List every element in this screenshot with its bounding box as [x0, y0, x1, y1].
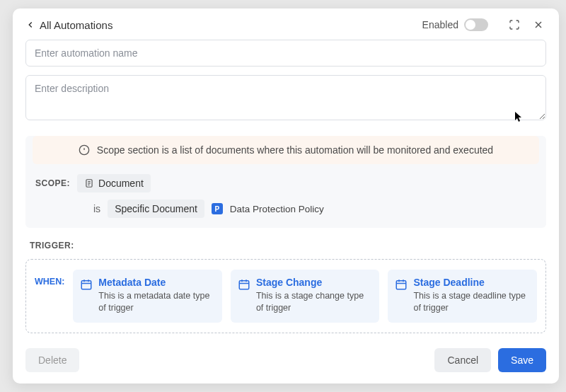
svg-rect-13: [239, 281, 249, 289]
svg-rect-9: [82, 281, 92, 289]
document-badge-icon: P: [212, 203, 223, 214]
enabled-toggle[interactable]: [464, 18, 488, 31]
scope-type-chip[interactable]: Document: [77, 174, 151, 192]
scope-info-banner: Scope section is a list of documents whe…: [33, 136, 539, 164]
modal-footer: Delete Cancel Save: [13, 340, 559, 384]
document-icon: [84, 178, 94, 188]
scope-document-name: Data Protection Policy: [230, 204, 324, 214]
back-button[interactable]: All Automations: [25, 19, 112, 31]
trigger-card-desc: This is a metadata date type of trigger: [98, 290, 215, 314]
trigger-card-title: Metadata Date: [98, 277, 215, 288]
trigger-card-title: Stage Deadline: [413, 277, 530, 288]
chevron-left-icon: [25, 20, 35, 30]
close-button[interactable]: [531, 17, 546, 33]
automation-name-input[interactable]: [25, 40, 546, 67]
close-icon: [533, 19, 544, 30]
trigger-card-stage-deadline[interactable]: Stage Deadline This is a stage deadline …: [388, 270, 537, 323]
enabled-label: Enabled: [422, 19, 458, 30]
back-label: All Automations: [40, 19, 112, 31]
trigger-card-desc: This is a stage change type of trigger: [256, 290, 373, 314]
calendar-icon: [395, 278, 408, 314]
info-icon: [79, 144, 90, 156]
svg-rect-17: [397, 281, 407, 289]
calendar-icon: [238, 278, 250, 314]
save-button[interactable]: Save: [498, 348, 546, 372]
modal-header: All Automations Enabled: [13, 8, 559, 40]
calendar-icon: [80, 278, 93, 314]
fullscreen-icon: [509, 19, 520, 30]
scope-specific-label: Specific Document: [115, 203, 197, 214]
scope-section: Scope section is a list of documents whe…: [25, 136, 546, 228]
automation-editor-modal: All Automations Enabled Scope section is…: [13, 8, 559, 384]
scope-info-text: Scope section is a list of documents whe…: [97, 144, 493, 156]
scope-label: SCOPE:: [35, 178, 70, 188]
trigger-card-title: Stage Change: [256, 277, 373, 288]
trigger-section-label: TRIGGER:: [25, 241, 546, 250]
scope-specific-chip[interactable]: Specific Document: [108, 200, 204, 218]
trigger-section: WHEN: Metadata Date This is a metadata d…: [25, 259, 546, 333]
trigger-when-label: WHEN:: [35, 270, 64, 287]
automation-description-input[interactable]: [25, 75, 546, 120]
trigger-card-stage-change[interactable]: Stage Change This is a stage change type…: [231, 270, 380, 323]
delete-button[interactable]: Delete: [25, 348, 79, 372]
scope-is-text: is: [93, 203, 100, 214]
scope-type-label: Document: [98, 178, 144, 189]
fullscreen-button[interactable]: [507, 17, 522, 33]
cancel-button[interactable]: Cancel: [434, 348, 491, 372]
trigger-card-metadata-date[interactable]: Metadata Date This is a metadata date ty…: [73, 270, 222, 323]
trigger-card-desc: This is a stage deadline type of trigger: [413, 290, 530, 314]
modal-body: Scope section is a list of documents whe…: [13, 40, 559, 340]
